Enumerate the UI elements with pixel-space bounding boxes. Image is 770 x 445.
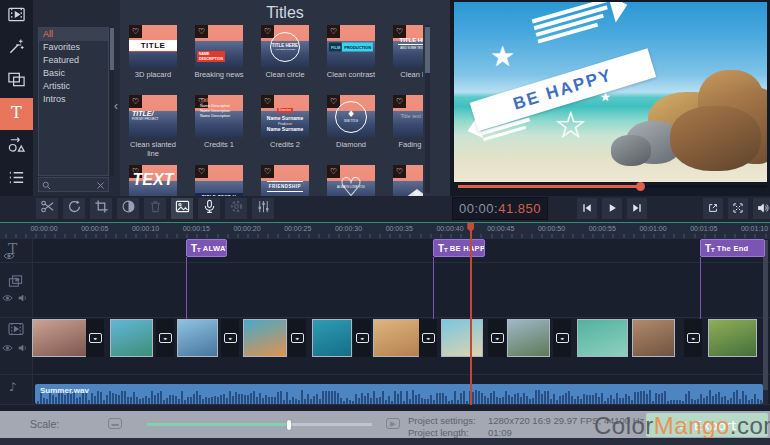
video-clip-5[interactable] (312, 319, 352, 357)
category-all[interactable]: All (39, 28, 108, 41)
video-clip-4[interactable] (243, 319, 287, 357)
seek-handle[interactable] (636, 182, 645, 191)
title-template-fading-text[interactable]: ♡Title text here Fading text (393, 95, 423, 165)
next-frame-button[interactable] (627, 198, 647, 219)
transition-icon[interactable]: ◂▸ (224, 333, 237, 343)
transition-icon[interactable]: ◂▸ (159, 333, 172, 343)
collapse-panel-button[interactable]: ‹ (112, 96, 120, 116)
favorite-heart-icon[interactable]: ♡ (129, 95, 142, 108)
title-template-bigtext[interactable]: ♡TEXT (129, 165, 177, 196)
favorite-heart-icon[interactable]: ♡ (195, 25, 208, 38)
template-thumbnail[interactable]: ♡DirectorName SurnameProducerName Surnam… (261, 95, 309, 138)
timeline-scale-slider[interactable] (147, 423, 372, 426)
previous-frame-button[interactable] (577, 198, 597, 219)
detach-player-button[interactable] (703, 198, 723, 219)
insert-image-button[interactable] (171, 198, 193, 219)
zoom-out-icon[interactable]: ▬ (108, 418, 122, 429)
crop-button[interactable] (90, 198, 112, 219)
sidebar-tab-callouts[interactable] (0, 130, 33, 163)
video-track-mute-icon[interactable] (18, 343, 28, 353)
template-thumbnail[interactable]: ♡TEXT (129, 165, 177, 196)
transition-icon[interactable]: ◂▸ (556, 333, 569, 343)
favorite-heart-icon[interactable]: ♡ (327, 25, 340, 38)
sidebar-tab-import[interactable] (0, 0, 33, 33)
overlay-track-mute-icon[interactable] (18, 293, 28, 303)
preview-seekbar[interactable] (458, 185, 767, 188)
overlay-track-visibility-icon[interactable] (2, 294, 13, 302)
favorite-heart-icon[interactable]: ♡ (261, 165, 274, 178)
split-button[interactable] (36, 198, 58, 219)
title-template-breaking-news[interactable]: ♡NAMEDESCRIPTION Breaking news (195, 25, 243, 95)
timeline-scrollbar[interactable] (763, 240, 768, 404)
title-template-heartlove[interactable]: ♡♡ALWAYS LOVE YOU (327, 165, 375, 196)
template-thumbnail[interactable]: ♡♦SUB TITLE (327, 95, 375, 138)
search-field[interactable] (38, 177, 109, 192)
title-template-credits-2[interactable]: ♡DirectorName SurnameProducerName Surnam… (261, 95, 309, 165)
video-clip-3[interactable] (177, 319, 218, 357)
template-thumbnail[interactable]: ♡Title text here (393, 95, 423, 138)
title-template-clean-contrast[interactable]: ♡FILMPRODUCTION Clean contrast (327, 25, 375, 95)
favorite-heart-icon[interactable]: ♡ (393, 95, 406, 108)
transition-icon[interactable]: ◂▸ (356, 333, 369, 343)
sidebar-tab-filters[interactable] (0, 33, 33, 66)
fit-timeline-icon[interactable]: ▶ (386, 418, 400, 429)
transition-icon[interactable]: ◂▸ (491, 333, 504, 343)
video-clip-7[interactable] (441, 319, 483, 357)
title-template-diamond[interactable]: ♡♦SUB TITLE Diamond (327, 95, 375, 165)
video-clip-9[interactable] (577, 319, 628, 357)
export-button[interactable]: ✓ Export (646, 413, 768, 437)
play-button[interactable] (602, 198, 622, 219)
title-template-credits-1[interactable]: ♡TitleName DescriptionName DescriptionNa… (195, 95, 243, 165)
template-thumbnail[interactable]: ♡TITLE/FOR MY PROJECT (129, 95, 177, 138)
category-intros[interactable]: Intros (39, 93, 108, 106)
favorite-heart-icon[interactable]: ♡ (327, 165, 340, 178)
video-clip-11[interactable] (708, 319, 757, 357)
sidebar-tab-more-tools[interactable] (0, 163, 33, 196)
category-artistic[interactable]: Artistic (39, 80, 108, 93)
category-basic[interactable]: Basic (39, 67, 108, 80)
title-template-clean-line[interactable]: ♡TITLE HEREAND SOME TEXT HERE Clean line (393, 25, 423, 95)
transition-icon[interactable]: ◂▸ (291, 333, 304, 343)
title-clip-always[interactable]: TTALWAYS (186, 239, 227, 257)
template-thumbnail[interactable]: ♡TITLE HEREAND SOME TEXT HERE (393, 25, 423, 68)
rotate-button[interactable] (63, 198, 85, 219)
scale-slider-handle[interactable] (287, 420, 291, 430)
sidebar-tab-transitions[interactable] (0, 65, 33, 98)
template-thumbnail[interactable]: ♡FILMPRODUCTION (327, 25, 375, 68)
category-favorites[interactable]: Favorites (39, 41, 108, 54)
template-thumbnail[interactable]: ♡TITLE (129, 25, 177, 68)
title-template-clean-slanted-line[interactable]: ♡TITLE/FOR MY PROJECT Clean slanted line (129, 95, 177, 165)
color-adjustments-button[interactable] (117, 198, 139, 219)
title-template-band[interactable]: ♡TITLE TEXT H (195, 165, 243, 196)
transition-icon[interactable]: ◂▸ (422, 333, 435, 343)
clear-search-icon[interactable] (96, 176, 105, 194)
template-thumbnail[interactable]: ♡♡ALWAYS LOVE YOU (327, 165, 375, 196)
titles-scrollbar[interactable] (425, 25, 430, 193)
video-clip-6[interactable] (373, 319, 420, 357)
fullscreen-button[interactable] (728, 198, 748, 219)
video-clip-8[interactable] (507, 319, 550, 357)
title-template-3d-placard[interactable]: ♡TITLE 3D placard (129, 25, 177, 95)
audio-clip[interactable]: Summer.wav (35, 384, 763, 404)
title-clip-the-end[interactable]: TTThe End (700, 239, 765, 257)
video-clip-1[interactable] (32, 319, 87, 357)
title-template-clean-circle[interactable]: ♡TITLE HEREAMAZING TITLES Clean circle (261, 25, 309, 95)
template-thumbnail[interactable]: ♡Be (393, 165, 423, 196)
template-thumbnail[interactable]: ♡FRIENDSHIP (261, 165, 309, 196)
title-template-house[interactable]: ♡Be (393, 165, 423, 196)
video-clip-2[interactable] (110, 319, 153, 357)
title-template-ship[interactable]: ♡FRIENDSHIP (261, 165, 309, 196)
preview-video[interactable]: ★ ★ ☆ BE HAPPY (454, 2, 767, 182)
category-featured[interactable]: Featured (39, 54, 108, 67)
video-clip-10[interactable] (632, 319, 675, 357)
clip-properties-button[interactable] (252, 198, 274, 219)
timeline-ruler[interactable]: 00:00:0000:00:0500:00:1000:00:1500:00:20… (0, 223, 770, 238)
delete-button[interactable] (144, 198, 166, 219)
favorite-heart-icon[interactable]: ♡ (129, 25, 142, 38)
template-thumbnail[interactable]: ♡NAMEDESCRIPTION (195, 25, 243, 68)
template-thumbnail[interactable]: ♡TitleName DescriptionName DescriptionNa… (195, 95, 243, 138)
template-thumbnail[interactable]: ♡TITLE HEREAMAZING TITLES (261, 25, 309, 68)
sidebar-tab-titles[interactable]: T (0, 98, 33, 131)
titles-track-visibility-icon[interactable] (3, 252, 15, 260)
template-thumbnail[interactable]: ♡TITLE TEXT H (195, 165, 243, 196)
